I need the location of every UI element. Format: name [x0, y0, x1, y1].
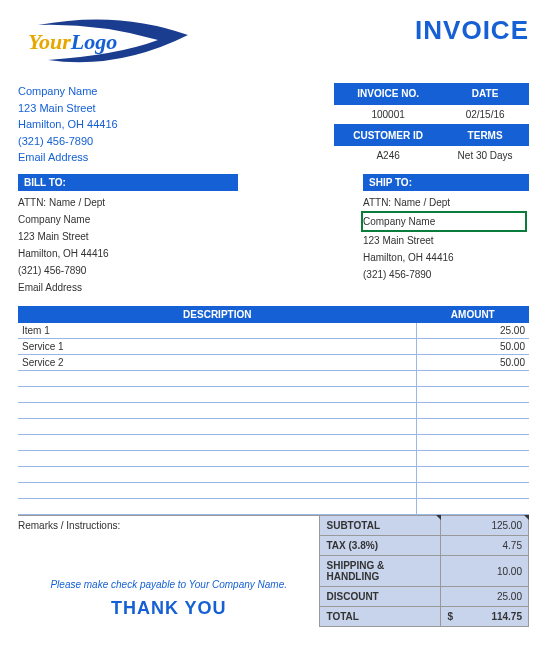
meta-terms-header: TERMS: [442, 125, 529, 146]
item-amt[interactable]: [417, 467, 529, 483]
item-row: Service 250.00: [18, 355, 529, 371]
item-amt[interactable]: [417, 403, 529, 419]
meta-invoice-header: INVOICE NO.: [335, 84, 442, 105]
item-amt[interactable]: [417, 483, 529, 499]
item-row: [18, 451, 529, 467]
item-amt[interactable]: [417, 371, 529, 387]
bill-to-company[interactable]: Company Name: [18, 211, 238, 228]
shipping-label: SHIPPING & HANDLING: [320, 556, 441, 587]
item-amt[interactable]: [417, 451, 529, 467]
item-row: [18, 483, 529, 499]
subtotal-value: 125.00: [441, 516, 529, 536]
item-desc[interactable]: Service 2: [18, 355, 417, 371]
item-row: Service 150.00: [18, 339, 529, 355]
meta-date[interactable]: 02/15/16: [442, 104, 529, 125]
meta-terms[interactable]: Net 30 Days: [442, 145, 529, 165]
discount-value: 25.00: [441, 587, 529, 607]
item-row: [18, 371, 529, 387]
item-desc[interactable]: [18, 451, 417, 467]
remarks-label: Remarks / Instructions:: [18, 520, 319, 531]
logo-logo: Logo: [71, 29, 117, 54]
item-row: [18, 419, 529, 435]
payable-text: Please make check payable to Your Compan…: [18, 579, 319, 590]
ship-to-block: SHIP TO: ATTN: Name / Dept Company Name …: [363, 174, 529, 296]
item-desc[interactable]: [18, 387, 417, 403]
total-value: 114.75: [441, 607, 529, 627]
total-label: TOTAL: [320, 607, 441, 627]
discount-label: DISCOUNT: [320, 587, 441, 607]
tax-label: TAX (3.8%): [320, 536, 441, 556]
bill-to-attn[interactable]: ATTN: Name / Dept: [18, 194, 238, 211]
shipping-value: 10.00: [441, 556, 529, 587]
thank-you: THANK YOU: [18, 598, 319, 619]
item-desc[interactable]: Item 1: [18, 323, 417, 339]
meta-invoice-no[interactable]: 100001: [335, 104, 442, 125]
item-row: [18, 403, 529, 419]
bill-to-street[interactable]: 123 Main Street: [18, 228, 238, 245]
company-info: Company Name 123 Main Street Hamilton, O…: [18, 83, 118, 166]
company-name: Company Name: [18, 83, 118, 100]
company-phone: (321) 456-7890: [18, 133, 118, 150]
company-email: Email Address: [18, 149, 118, 166]
company-street: 123 Main Street: [18, 100, 118, 117]
remarks-block: Remarks / Instructions: Please make chec…: [18, 515, 319, 627]
ship-to-phone[interactable]: (321) 456-7890: [363, 266, 529, 283]
ship-to-header: SHIP TO:: [363, 174, 529, 191]
item-desc[interactable]: [18, 403, 417, 419]
meta-table: INVOICE NO. DATE 100001 02/15/16 CUSTOME…: [334, 83, 529, 166]
tax-value: 4.75: [441, 536, 529, 556]
items-table: DESCRIPTION AMOUNT Item 125.00Service 15…: [18, 306, 529, 516]
bill-to-block: BILL TO: ATTN: Name / Dept Company Name …: [18, 174, 238, 296]
bill-to-header: BILL TO:: [18, 174, 238, 191]
item-amt[interactable]: [417, 435, 529, 451]
item-desc[interactable]: [18, 499, 417, 515]
item-amt[interactable]: [417, 499, 529, 515]
item-amt[interactable]: [417, 419, 529, 435]
subtotal-label: SUBTOTAL: [320, 516, 441, 536]
ship-to-citystate[interactable]: Hamilton, OH 44416: [363, 249, 529, 266]
bill-to-citystate[interactable]: Hamilton, OH 44416: [18, 245, 238, 262]
logo: YourLogo: [18, 15, 198, 75]
totals-block: SUBTOTAL 125.00 TAX (3.8%) 4.75 SHIPPING…: [319, 515, 529, 627]
ship-to-street[interactable]: 123 Main Street: [363, 232, 529, 249]
item-desc[interactable]: [18, 435, 417, 451]
item-desc[interactable]: [18, 419, 417, 435]
item-row: [18, 499, 529, 515]
items-amt-header: AMOUNT: [417, 306, 529, 323]
ship-to-company[interactable]: Company Name: [361, 211, 527, 232]
item-desc[interactable]: [18, 483, 417, 499]
items-desc-header: DESCRIPTION: [18, 306, 417, 323]
item-amt[interactable]: [417, 387, 529, 403]
item-row: Item 125.00: [18, 323, 529, 339]
item-amt[interactable]: 50.00: [417, 339, 529, 355]
logo-your: Your: [28, 29, 71, 54]
item-amt[interactable]: 25.00: [417, 323, 529, 339]
item-amt[interactable]: 50.00: [417, 355, 529, 371]
meta-customer-header: CUSTOMER ID: [335, 125, 442, 146]
invoice-title: INVOICE: [415, 15, 529, 46]
item-desc[interactable]: Service 1: [18, 339, 417, 355]
bill-to-email[interactable]: Email Address: [18, 279, 238, 296]
item-row: [18, 467, 529, 483]
item-row: [18, 387, 529, 403]
item-desc[interactable]: [18, 371, 417, 387]
company-citystate: Hamilton, OH 44416: [18, 116, 118, 133]
item-row: [18, 435, 529, 451]
bill-to-phone[interactable]: (321) 456-7890: [18, 262, 238, 279]
meta-customer-id[interactable]: A246: [335, 145, 442, 165]
item-desc[interactable]: [18, 467, 417, 483]
ship-to-attn[interactable]: ATTN: Name / Dept: [363, 194, 529, 211]
meta-date-header: DATE: [442, 84, 529, 105]
